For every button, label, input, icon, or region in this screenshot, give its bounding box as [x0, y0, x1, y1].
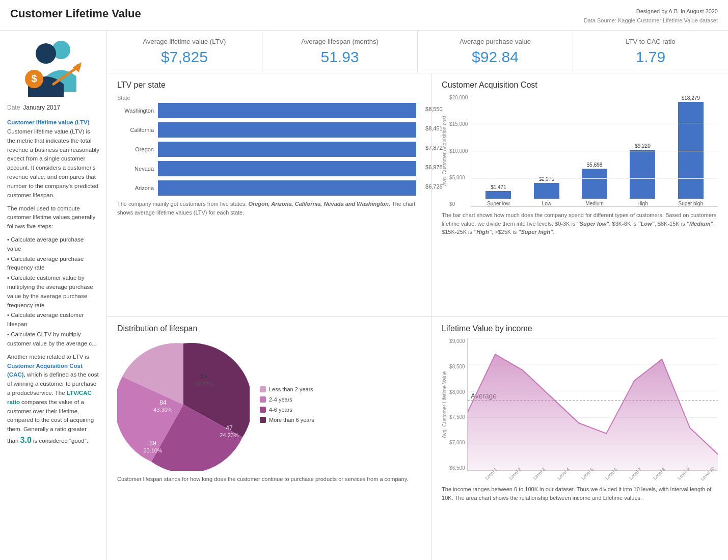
pie-label-pct-1237: 12.37%: [194, 381, 213, 387]
cac-bar-top-label: $1,471: [491, 184, 506, 190]
header-meta: Designed by A.B. in August 2020 Data Sou…: [584, 7, 718, 25]
ltv-bar-label: California: [117, 127, 158, 133]
ltv-income-y-axis: $9,000 $8,500 $8,000 $7,500 $7,000 $6,50…: [449, 338, 467, 471]
data-source-label: Data Source:: [584, 17, 616, 23]
kpi-row: Average lifetime value (LTV) $7,825 Aver…: [107, 31, 728, 73]
svg-text:$: $: [31, 73, 37, 84]
kpi-ratio: LTV to CAC ratio 1.79: [573, 31, 728, 73]
charts-area: LTV per state State Washington$8,550Cali…: [107, 73, 728, 560]
legend-label-4: More than 6 years: [269, 417, 314, 423]
cac-bar-bottom-label: Low: [542, 201, 551, 206]
date-label: Date: [7, 104, 20, 111]
legend-item-2: 2-4 years: [260, 396, 314, 403]
cac-bar-col: $5,698Medium: [573, 162, 616, 206]
cac-panel: Customer Acquisition Cost Avg. Customer …: [432, 73, 728, 316]
ltv-bar-label: Oregon: [117, 146, 158, 152]
sidebar: $ Date January 2017 Customer lifetime va…: [0, 31, 107, 560]
designed-by: Designed by A.B. in August 2020: [584, 7, 718, 16]
cac-note: The bar chart shows how much does the co…: [442, 211, 718, 236]
cac-bar-top-label: $9,220: [635, 143, 651, 149]
ltv-bar-value: $6,978: [425, 164, 443, 170]
date-row: Date January 2017: [7, 104, 99, 111]
cac-bar-col: $9,220High: [621, 143, 664, 206]
ltv-state-panel: LTV per state State Washington$8,550Cali…: [107, 73, 432, 316]
charts-row-1: LTV per state State Washington$8,550Cali…: [107, 73, 728, 317]
cac-bars-area: $1,471Super low$2,975Low$5,698Medium$9,2…: [471, 95, 718, 207]
grid-line-75: [471, 178, 718, 179]
ltv-bar-value: $6,726: [425, 183, 443, 190]
kpi-purchase-value: $92.84: [428, 48, 562, 66]
page-title: Customer Lifetime Value: [10, 7, 141, 20]
step-3: Calculate customer value by multiplying …: [7, 274, 99, 310]
cac-bar-bottom-label: Super low: [487, 201, 509, 206]
y-7500: $7,500: [449, 414, 465, 420]
legend-item-3: 4-6 years: [260, 407, 314, 413]
cac-chart-container: Avg. Customer Acquisition cost $20,000 $…: [442, 95, 718, 207]
hero-image: $: [13, 36, 94, 97]
kpi-lifespan-value: 51.93: [273, 48, 407, 66]
y-9000: $9,000: [449, 338, 465, 344]
y-7000: $7,000: [449, 440, 465, 445]
ratio-highlight: LTV/CAC ratio: [7, 390, 92, 405]
cac-highlight: Customer Acquisition Cost (CAC),: [7, 363, 83, 378]
kpi-lifespan: Average lifespan (months) 51.93: [262, 31, 418, 73]
charts-row-2: Distribution of lifespan: [107, 317, 728, 560]
step-5: Calculate CLTV by multiply customer valu…: [7, 330, 99, 349]
ltv-income-svg: Average: [468, 338, 718, 470]
cac-bar-bottom-label: Super high: [679, 201, 703, 206]
cac-bar-bottom-label: High: [637, 201, 648, 206]
grid-line-top: [471, 95, 718, 95]
kpi-purchase-label: Average purchase value: [428, 38, 562, 45]
ltv-highlight: Customer lifetime value (LTV): [7, 119, 89, 125]
step-1: Calculate average purchase value: [7, 235, 99, 254]
lifespan-note: Customer lifespan stands for how long do…: [117, 475, 421, 484]
cac-bar-top-label: $5,698: [587, 162, 603, 168]
steps-list: Calculate average purchase value Calcula…: [7, 235, 99, 349]
ltv-bar-fill: $6,978: [158, 161, 416, 176]
sidebar-description: Customer lifetime value (LTV) Customer l…: [7, 118, 99, 451]
ratio-value: 3.0: [20, 436, 32, 444]
ltv-income-svg-container: Average: [467, 338, 718, 471]
ltv-income-y-label: Avg. Customer Lifetime Value: [442, 338, 447, 471]
content-area: Average lifetime value (LTV) $7,825 Aver…: [107, 31, 728, 560]
cac-y-labels: $20,000 $15,000 $10,000 $5,000 $0: [449, 95, 471, 207]
ltv-bar-label: Nevada: [117, 166, 158, 172]
kpi-ratio-label: LTV to CAC ratio: [583, 38, 718, 45]
y-8500: $8,500: [449, 364, 465, 369]
pie-label-pct-2010: 20.10%: [143, 447, 163, 454]
y-label-0: $0: [449, 201, 468, 207]
pie-label-count-24: 24: [200, 374, 207, 381]
ltv-bar-row: Washington$8,550: [117, 103, 421, 118]
state-axis-label: State: [117, 95, 421, 101]
data-source: Data Source: Kaggle Customer Lifetime Va…: [584, 16, 718, 25]
y-label-10k: $10,000: [449, 148, 468, 154]
svg-point-1: [36, 43, 56, 64]
kpi-lifespan-label: Average lifespan (months): [273, 38, 407, 45]
legend-label-2: 2-4 years: [269, 396, 292, 403]
date-value: January 2017: [23, 104, 60, 111]
cac-y-axis-label: Avg. Customer Acquisition cost: [442, 95, 447, 207]
cac-bar-top-label: $18,279: [682, 95, 700, 101]
ltv-state-chart: State Washington$8,550California$8,451Or…: [117, 95, 421, 196]
ltv-income-panel: Lifetime Value by income Avg. Customer L…: [432, 317, 728, 560]
desc1: Customer lifetime value (LTV) is the met…: [7, 128, 99, 198]
legend-item-4: More than 6 years: [260, 417, 314, 423]
y-8000: $8,000: [449, 389, 465, 395]
ltv-bar-fill: $7,872: [158, 142, 416, 157]
cac-bar-rect: [486, 191, 511, 199]
pie-area: 24 12.37% 47 24.23% 39 20.10% 84 43.30%: [117, 338, 421, 471]
ltv-bars-container: Washington$8,550California$8,451Oregon$7…: [117, 103, 421, 196]
dashboard: Customer Lifetime Value Designed by A.B.…: [0, 0, 728, 560]
pie-legend: Less than 2 years 2-4 years 4-6 years: [260, 386, 314, 423]
y-label-15k: $15,000: [449, 121, 468, 127]
ltv-income-note: The income ranges between 0 to 100K in o…: [442, 485, 718, 502]
ltv-state-title: LTV per state: [117, 81, 421, 90]
ltv-income-x-labels: Level 1 Level 2 Level 3 Level 4 Level 5 …: [477, 472, 718, 477]
area-fill: [468, 354, 718, 470]
cac-bar-rect: [534, 183, 559, 199]
ltv-bar-label: Arizona: [117, 185, 158, 191]
legend-color-2: [260, 396, 266, 403]
grid-line-50: [471, 151, 718, 151]
kpi-ltv: Average lifetime value (LTV) $7,825: [107, 31, 262, 73]
cac-bar-rect: [582, 169, 607, 199]
